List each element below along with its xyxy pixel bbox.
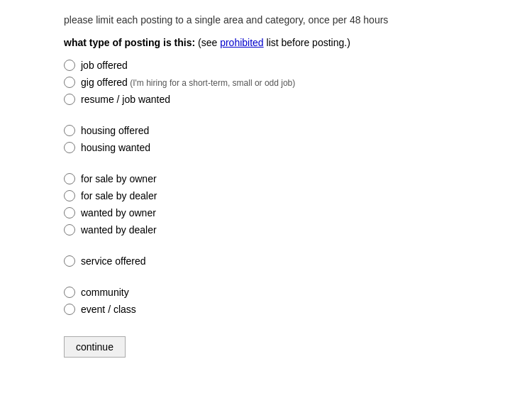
radio-event-class[interactable] — [64, 304, 75, 315]
spacer-3 — [64, 281, 468, 287]
label-wanted-dealer[interactable]: wanted by dealer — [81, 224, 157, 236]
radio-housing-wanted[interactable] — [64, 142, 75, 153]
radio-item-resume-wanted: resume / job wanted — [64, 94, 468, 105]
radio-housing-offered[interactable] — [64, 125, 75, 136]
spacer-2 — [64, 250, 468, 255]
radio-job-offered[interactable] — [64, 60, 75, 71]
question-label-paren: (see — [198, 37, 220, 48]
radio-wanted-owner[interactable] — [64, 207, 75, 218]
radio-item-job-offered: job offered — [64, 60, 468, 71]
radio-item-housing-wanted: housing wanted — [64, 142, 468, 153]
radio-resume-wanted[interactable] — [64, 94, 75, 105]
label-community[interactable]: community — [81, 287, 129, 298]
radio-gig-offered[interactable] — [64, 77, 75, 88]
label-subtext-gig-offered: (I'm hiring for a short-term, small or o… — [128, 78, 295, 88]
label-housing-offered[interactable]: housing offered — [81, 125, 149, 136]
intro-text: please limit each posting to a single ar… — [64, 14, 468, 26]
label-text-service-offered: service offered — [81, 255, 146, 267]
label-event-class[interactable]: event / class — [81, 304, 136, 315]
question-label: what type of posting is this: (see prohi… — [64, 37, 468, 48]
label-text-for-sale-dealer: for sale by dealer — [81, 190, 157, 201]
radio-for-sale-owner[interactable] — [64, 173, 75, 184]
label-text-wanted-owner: wanted by owner — [81, 207, 156, 218]
label-gig-offered[interactable]: gig offered (I'm hiring for a short-term… — [81, 77, 295, 88]
label-text-event-class: event / class — [81, 304, 136, 315]
label-text-resume-wanted: resume / job wanted — [81, 94, 170, 105]
radio-item-community: community — [64, 287, 468, 298]
label-for-sale-owner[interactable]: for sale by owner — [81, 173, 157, 184]
radio-wanted-dealer[interactable] — [64, 224, 75, 236]
radio-item-for-sale-dealer: for sale by dealer — [64, 190, 468, 201]
group-community: communityevent / class — [64, 287, 468, 315]
label-text-housing-wanted: housing wanted — [81, 142, 150, 153]
radio-item-wanted-dealer: wanted by dealer — [64, 224, 468, 236]
label-text-gig-offered: gig offered — [81, 77, 128, 88]
radio-item-wanted-owner: wanted by owner — [64, 207, 468, 218]
question-label-after: list before posting.) — [267, 37, 350, 48]
continue-button[interactable]: continue — [64, 336, 126, 358]
radio-container: job offeredgig offered (I'm hiring for a… — [64, 60, 468, 315]
label-text-for-sale-owner: for sale by owner — [81, 173, 157, 184]
radio-item-housing-offered: housing offered — [64, 125, 468, 136]
radio-for-sale-dealer[interactable] — [64, 190, 75, 201]
spacer-1 — [64, 167, 468, 173]
label-housing-wanted[interactable]: housing wanted — [81, 142, 150, 153]
group-jobs: job offeredgig offered (I'm hiring for a… — [64, 60, 468, 105]
radio-item-event-class: event / class — [64, 304, 468, 315]
label-resume-wanted[interactable]: resume / job wanted — [81, 94, 170, 105]
radio-community[interactable] — [64, 287, 75, 298]
group-service: service offered — [64, 255, 468, 267]
group-forsale: for sale by ownerfor sale by dealerwante… — [64, 173, 468, 236]
label-job-offered[interactable]: job offered — [81, 60, 128, 71]
label-text-community: community — [81, 287, 129, 298]
label-wanted-owner[interactable]: wanted by owner — [81, 207, 156, 218]
radio-item-gig-offered: gig offered (I'm hiring for a short-term… — [64, 77, 468, 88]
group-housing: housing offeredhousing wanted — [64, 125, 468, 153]
radio-item-service-offered: service offered — [64, 255, 468, 267]
radio-item-for-sale-owner: for sale by owner — [64, 173, 468, 184]
label-text-housing-offered: housing offered — [81, 125, 149, 136]
label-text-wanted-dealer: wanted by dealer — [81, 224, 157, 236]
label-service-offered[interactable]: service offered — [81, 255, 146, 267]
label-text-job-offered: job offered — [81, 60, 128, 71]
question-label-strong: what type of posting is this: — [64, 37, 195, 48]
radio-service-offered[interactable] — [64, 255, 75, 267]
prohibited-link[interactable]: prohibited — [220, 37, 264, 48]
label-for-sale-dealer[interactable]: for sale by dealer — [81, 190, 157, 201]
spacer-0 — [64, 119, 468, 125]
